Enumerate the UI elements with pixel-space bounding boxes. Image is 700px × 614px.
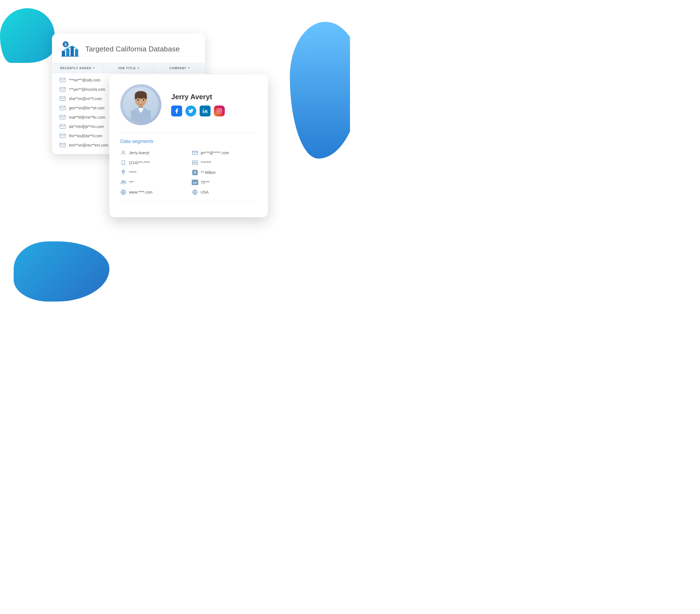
profile-top: Jerry Averyt: [120, 84, 257, 125]
phone-icon: [120, 160, 126, 166]
employees-value: ***: [129, 180, 134, 185]
country-value: USA: [201, 190, 209, 195]
email-address: geo**sn@bc**el.com: [69, 106, 104, 110]
filter-job-title-label: JOB TITLE: [118, 66, 136, 70]
id-icon: [192, 160, 198, 166]
data-item-email: jer***@*****.com: [192, 150, 257, 156]
filter-recently-added-label: RECENTLY ADDED: [60, 66, 91, 70]
filter-tabs: RECENTLY ADDED ▾ JOB TITLE ▾ COMPANY ▾: [52, 63, 205, 73]
data-item-zip: ZIP 75***: [192, 179, 257, 185]
filter-company-label: COMPANY: [170, 66, 187, 70]
page-title: Targeted California Database: [85, 45, 180, 53]
data-item-id: *******: [192, 160, 257, 166]
svg-rect-8: [60, 87, 65, 91]
svg-point-38: [124, 181, 125, 182]
email-icon: [60, 134, 66, 138]
svg-point-25: [203, 109, 204, 110]
email-address: ***yer**@incorta.com: [69, 87, 105, 91]
svg-text:$: $: [64, 42, 67, 47]
email-address: mat**kl@me**kc.com: [69, 115, 105, 120]
revenue-value: ** Million: [201, 170, 215, 175]
email-icon: [60, 124, 66, 129]
profile-info: Jerry Averyt: [171, 93, 257, 116]
svg-rect-18: [145, 95, 147, 99]
dollar-icon: $: [192, 170, 198, 176]
data-segments-grid: Jerry Averyt jer***@*****.com (214)***-*…: [120, 150, 257, 195]
filter-job-title[interactable]: JOB TITLE ▾: [103, 63, 154, 73]
data-item-revenue: $ ** Million: [192, 170, 257, 176]
filter-recently-added[interactable]: RECENTLY ADDED ▾: [52, 63, 103, 73]
data-item-employees: ***: [120, 179, 185, 185]
avatar-ring: [120, 84, 161, 125]
social-icons: [171, 105, 257, 116]
svg-point-24: [143, 99, 145, 101]
chevron-down-icon: ▾: [93, 66, 95, 70]
svg-rect-5: [75, 49, 78, 56]
chart-dollar-icon: $: [61, 41, 80, 58]
svg-point-23: [138, 99, 139, 101]
svg-rect-2: [62, 51, 65, 56]
website-value: www.****.com: [129, 190, 153, 195]
data-item-country: USA: [192, 189, 257, 195]
email-icon: [60, 143, 66, 147]
svg-rect-26: [217, 109, 222, 113]
data-item-phone: (214)***-****: [120, 160, 185, 166]
svg-rect-10: [60, 106, 65, 110]
profile-name: Jerry Averyt: [171, 93, 257, 101]
divider-bottom: [120, 202, 257, 202]
web-icon: [120, 189, 126, 195]
data-segments-title: Data segments: [120, 139, 257, 145]
svg-rect-11: [60, 115, 65, 119]
phone-value: (214)***-****: [129, 161, 150, 165]
twitter-icon[interactable]: [185, 105, 196, 116]
zip-value: 75***: [201, 180, 210, 185]
filter-company[interactable]: COMPANY ▾: [154, 63, 205, 73]
globe-icon: [192, 189, 198, 195]
svg-point-36: [123, 171, 124, 172]
data-item-website: www.****.com: [120, 189, 185, 195]
person-illustration: [126, 91, 156, 123]
email-value: jer***@*****.com: [201, 151, 229, 155]
group-icon: [120, 179, 126, 185]
svg-rect-13: [60, 134, 65, 138]
email-address: ***ne***@ods.com: [69, 78, 100, 82]
data-item-location: *****: [120, 170, 185, 176]
divider-top: [120, 133, 257, 133]
zip-icon: ZIP: [192, 179, 198, 185]
svg-rect-9: [60, 97, 65, 101]
email-icon: [60, 87, 66, 91]
svg-rect-12: [60, 125, 65, 128]
facebook-icon[interactable]: [171, 105, 182, 116]
email-address: sha**on@ro**t.com: [69, 97, 102, 101]
svg-rect-4: [71, 47, 74, 56]
avatar: [123, 87, 159, 123]
linkedin-icon[interactable]: [200, 105, 211, 116]
email-address: tho**as@da**il.com: [69, 134, 102, 138]
profile-card: Jerry Averyt Data s: [109, 74, 268, 217]
chevron-down-icon: ▾: [138, 66, 139, 70]
email-address: emi**on@reu**ers.com: [69, 143, 108, 147]
svg-point-37: [122, 181, 124, 182]
svg-rect-14: [60, 143, 65, 147]
email-icon: [60, 78, 66, 82]
location-icon: [120, 170, 126, 176]
data-item-name: Jerry Averyt: [120, 150, 185, 156]
email-icon: [192, 150, 198, 156]
email-icon: [60, 115, 66, 120]
svg-rect-7: [60, 78, 65, 82]
email-icon: [60, 97, 66, 101]
person-icon: [120, 150, 126, 156]
chevron-down-icon: ▾: [188, 66, 190, 70]
svg-rect-3: [66, 49, 70, 56]
email-icon: [60, 106, 66, 110]
svg-point-33: [193, 162, 195, 163]
location-value: *****: [129, 170, 136, 175]
email-address: da**mh@jk**rm.com: [69, 124, 104, 129]
card-header: $ Targeted California Database: [52, 33, 205, 63]
svg-rect-17: [135, 95, 137, 99]
name-value: Jerry Averyt: [129, 151, 149, 155]
id-value: *******: [201, 161, 211, 165]
svg-point-28: [123, 151, 124, 152]
instagram-icon[interactable]: [214, 105, 225, 116]
